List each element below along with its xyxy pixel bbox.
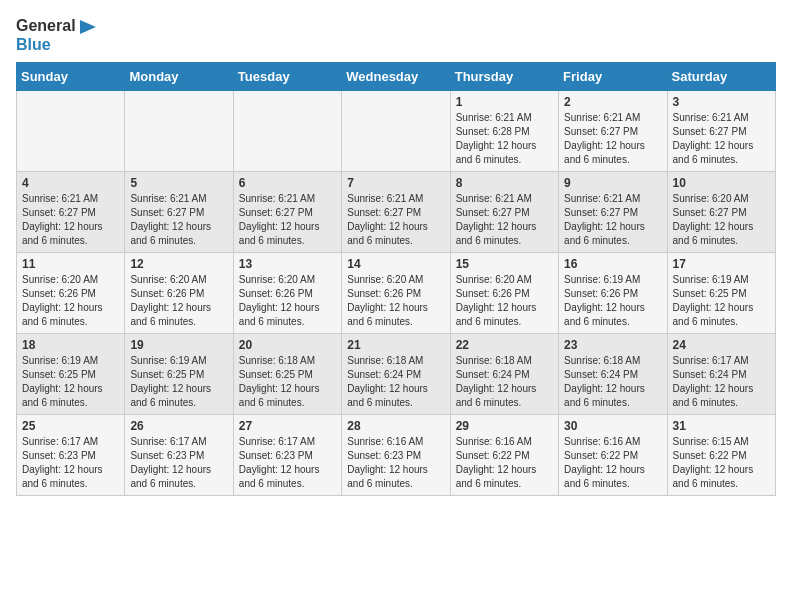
svg-marker-0 — [80, 20, 96, 34]
day-info: Sunrise: 6:21 AMSunset: 6:27 PMDaylight:… — [456, 192, 553, 248]
day-info: Sunrise: 6:16 AMSunset: 6:22 PMDaylight:… — [456, 435, 553, 491]
day-info: Sunrise: 6:21 AMSunset: 6:27 PMDaylight:… — [130, 192, 227, 248]
calendar-cell: 27Sunrise: 6:17 AMSunset: 6:23 PMDayligh… — [233, 415, 341, 496]
day-number: 26 — [130, 419, 227, 433]
day-number: 2 — [564, 95, 661, 109]
day-number: 7 — [347, 176, 444, 190]
day-number: 9 — [564, 176, 661, 190]
calendar-cell: 17Sunrise: 6:19 AMSunset: 6:25 PMDayligh… — [667, 253, 775, 334]
calendar-cell: 24Sunrise: 6:17 AMSunset: 6:24 PMDayligh… — [667, 334, 775, 415]
calendar-cell — [125, 91, 233, 172]
calendar-week-row: 25Sunrise: 6:17 AMSunset: 6:23 PMDayligh… — [17, 415, 776, 496]
day-info: Sunrise: 6:20 AMSunset: 6:26 PMDaylight:… — [239, 273, 336, 329]
day-info: Sunrise: 6:17 AMSunset: 6:23 PMDaylight:… — [239, 435, 336, 491]
day-info: Sunrise: 6:17 AMSunset: 6:24 PMDaylight:… — [673, 354, 770, 410]
calendar-week-row: 1Sunrise: 6:21 AMSunset: 6:28 PMDaylight… — [17, 91, 776, 172]
calendar-cell — [342, 91, 450, 172]
logo-arrow-icon — [80, 20, 96, 34]
day-number: 24 — [673, 338, 770, 352]
calendar-cell: 13Sunrise: 6:20 AMSunset: 6:26 PMDayligh… — [233, 253, 341, 334]
calendar-cell: 12Sunrise: 6:20 AMSunset: 6:26 PMDayligh… — [125, 253, 233, 334]
calendar-cell: 29Sunrise: 6:16 AMSunset: 6:22 PMDayligh… — [450, 415, 558, 496]
calendar-cell: 4Sunrise: 6:21 AMSunset: 6:27 PMDaylight… — [17, 172, 125, 253]
day-number: 28 — [347, 419, 444, 433]
day-number: 25 — [22, 419, 119, 433]
calendar-week-row: 18Sunrise: 6:19 AMSunset: 6:25 PMDayligh… — [17, 334, 776, 415]
calendar-cell — [233, 91, 341, 172]
day-info: Sunrise: 6:21 AMSunset: 6:27 PMDaylight:… — [564, 192, 661, 248]
day-number: 22 — [456, 338, 553, 352]
day-number: 27 — [239, 419, 336, 433]
day-info: Sunrise: 6:16 AMSunset: 6:23 PMDaylight:… — [347, 435, 444, 491]
day-info: Sunrise: 6:17 AMSunset: 6:23 PMDaylight:… — [22, 435, 119, 491]
day-info: Sunrise: 6:19 AMSunset: 6:25 PMDaylight:… — [130, 354, 227, 410]
day-info: Sunrise: 6:20 AMSunset: 6:26 PMDaylight:… — [22, 273, 119, 329]
day-number: 3 — [673, 95, 770, 109]
day-info: Sunrise: 6:21 AMSunset: 6:27 PMDaylight:… — [564, 111, 661, 167]
calendar-cell: 6Sunrise: 6:21 AMSunset: 6:27 PMDaylight… — [233, 172, 341, 253]
day-info: Sunrise: 6:19 AMSunset: 6:25 PMDaylight:… — [22, 354, 119, 410]
day-number: 29 — [456, 419, 553, 433]
day-info: Sunrise: 6:21 AMSunset: 6:27 PMDaylight:… — [347, 192, 444, 248]
calendar-week-row: 4Sunrise: 6:21 AMSunset: 6:27 PMDaylight… — [17, 172, 776, 253]
calendar-cell: 15Sunrise: 6:20 AMSunset: 6:26 PMDayligh… — [450, 253, 558, 334]
day-number: 18 — [22, 338, 119, 352]
day-info: Sunrise: 6:21 AMSunset: 6:27 PMDaylight:… — [239, 192, 336, 248]
calendar-cell: 22Sunrise: 6:18 AMSunset: 6:24 PMDayligh… — [450, 334, 558, 415]
day-number: 31 — [673, 419, 770, 433]
day-info: Sunrise: 6:20 AMSunset: 6:26 PMDaylight:… — [456, 273, 553, 329]
calendar-header-row: SundayMondayTuesdayWednesdayThursdayFrid… — [17, 63, 776, 91]
calendar-cell: 7Sunrise: 6:21 AMSunset: 6:27 PMDaylight… — [342, 172, 450, 253]
calendar-cell: 2Sunrise: 6:21 AMSunset: 6:27 PMDaylight… — [559, 91, 667, 172]
day-info: Sunrise: 6:20 AMSunset: 6:26 PMDaylight:… — [347, 273, 444, 329]
calendar-cell: 10Sunrise: 6:20 AMSunset: 6:27 PMDayligh… — [667, 172, 775, 253]
calendar-cell: 5Sunrise: 6:21 AMSunset: 6:27 PMDaylight… — [125, 172, 233, 253]
logo-blue: Blue — [16, 35, 96, 54]
calendar-cell: 16Sunrise: 6:19 AMSunset: 6:26 PMDayligh… — [559, 253, 667, 334]
header-thursday: Thursday — [450, 63, 558, 91]
day-number: 4 — [22, 176, 119, 190]
calendar-cell: 21Sunrise: 6:18 AMSunset: 6:24 PMDayligh… — [342, 334, 450, 415]
day-info: Sunrise: 6:20 AMSunset: 6:27 PMDaylight:… — [673, 192, 770, 248]
day-number: 1 — [456, 95, 553, 109]
day-info: Sunrise: 6:21 AMSunset: 6:27 PMDaylight:… — [673, 111, 770, 167]
header-wednesday: Wednesday — [342, 63, 450, 91]
day-info: Sunrise: 6:17 AMSunset: 6:23 PMDaylight:… — [130, 435, 227, 491]
day-info: Sunrise: 6:15 AMSunset: 6:22 PMDaylight:… — [673, 435, 770, 491]
day-number: 13 — [239, 257, 336, 271]
calendar-cell: 23Sunrise: 6:18 AMSunset: 6:24 PMDayligh… — [559, 334, 667, 415]
day-info: Sunrise: 6:18 AMSunset: 6:24 PMDaylight:… — [347, 354, 444, 410]
calendar-table: SundayMondayTuesdayWednesdayThursdayFrid… — [16, 62, 776, 496]
header-monday: Monday — [125, 63, 233, 91]
day-info: Sunrise: 6:18 AMSunset: 6:25 PMDaylight:… — [239, 354, 336, 410]
calendar-cell: 31Sunrise: 6:15 AMSunset: 6:22 PMDayligh… — [667, 415, 775, 496]
calendar-cell — [17, 91, 125, 172]
header-tuesday: Tuesday — [233, 63, 341, 91]
calendar-cell: 30Sunrise: 6:16 AMSunset: 6:22 PMDayligh… — [559, 415, 667, 496]
calendar-cell: 9Sunrise: 6:21 AMSunset: 6:27 PMDaylight… — [559, 172, 667, 253]
day-number: 5 — [130, 176, 227, 190]
calendar-cell: 14Sunrise: 6:20 AMSunset: 6:26 PMDayligh… — [342, 253, 450, 334]
day-info: Sunrise: 6:18 AMSunset: 6:24 PMDaylight:… — [564, 354, 661, 410]
day-number: 20 — [239, 338, 336, 352]
calendar-cell: 26Sunrise: 6:17 AMSunset: 6:23 PMDayligh… — [125, 415, 233, 496]
day-info: Sunrise: 6:21 AMSunset: 6:28 PMDaylight:… — [456, 111, 553, 167]
day-number: 21 — [347, 338, 444, 352]
logo-general: General — [16, 16, 96, 35]
day-number: 14 — [347, 257, 444, 271]
day-number: 8 — [456, 176, 553, 190]
day-number: 23 — [564, 338, 661, 352]
day-number: 15 — [456, 257, 553, 271]
day-number: 30 — [564, 419, 661, 433]
calendar-cell: 20Sunrise: 6:18 AMSunset: 6:25 PMDayligh… — [233, 334, 341, 415]
calendar-cell: 19Sunrise: 6:19 AMSunset: 6:25 PMDayligh… — [125, 334, 233, 415]
calendar-cell: 11Sunrise: 6:20 AMSunset: 6:26 PMDayligh… — [17, 253, 125, 334]
day-info: Sunrise: 6:19 AMSunset: 6:25 PMDaylight:… — [673, 273, 770, 329]
calendar-cell: 3Sunrise: 6:21 AMSunset: 6:27 PMDaylight… — [667, 91, 775, 172]
header-saturday: Saturday — [667, 63, 775, 91]
day-number: 17 — [673, 257, 770, 271]
day-info: Sunrise: 6:16 AMSunset: 6:22 PMDaylight:… — [564, 435, 661, 491]
header: General Blue — [16, 16, 776, 54]
calendar-cell: 1Sunrise: 6:21 AMSunset: 6:28 PMDaylight… — [450, 91, 558, 172]
calendar-cell: 18Sunrise: 6:19 AMSunset: 6:25 PMDayligh… — [17, 334, 125, 415]
